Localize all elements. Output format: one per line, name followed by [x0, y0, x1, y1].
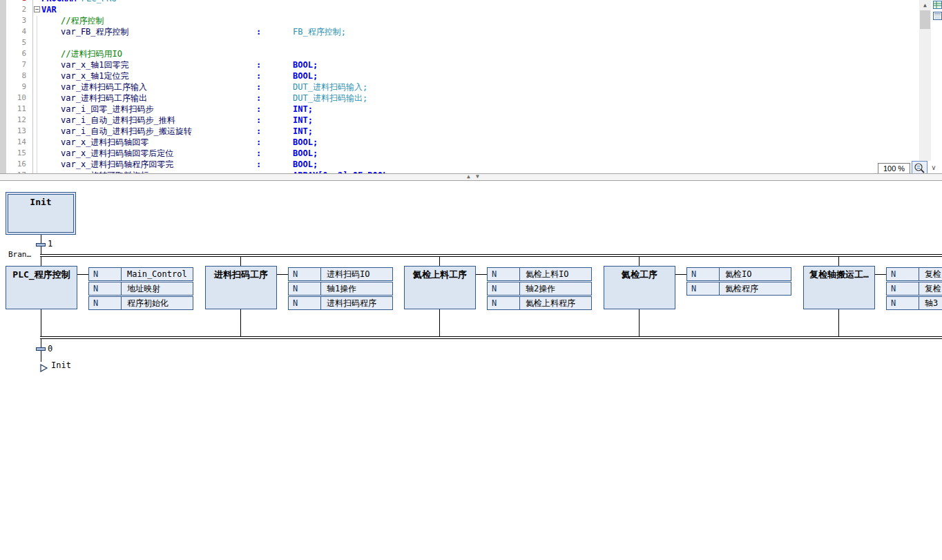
- code-text: var_i_自动_进料扫码步_推料: [61, 115, 175, 126]
- chevron-down-icon[interactable]: ∨: [929, 162, 939, 173]
- line-number: 15: [6, 148, 26, 159]
- action-name: 程序初始化: [122, 297, 169, 309]
- sfc-action-block[interactable]: N氦检IO N氦检程序: [686, 267, 791, 296]
- declaration-type: INT;: [293, 115, 313, 126]
- sfc-action-block[interactable]: N氦检上料IO N轴2操作 N氦检上料程序: [487, 267, 592, 311]
- action-qualifier: N: [887, 297, 919, 309]
- sfc-step-group: 进料扫码工序 N进料扫码IO N轴1操作 N进料扫码程序: [205, 257, 400, 337]
- line-number: 4: [6, 26, 26, 37]
- action-qualifier: N: [89, 282, 122, 295]
- branch-rail: [40, 336, 942, 337]
- sfc-action-block[interactable]: N进料扫码IO N轴1操作 N进料扫码程序: [288, 267, 393, 311]
- action-row[interactable]: N进料扫码程序: [288, 296, 393, 310]
- action-row[interactable]: N程序初始化: [88, 296, 193, 310]
- action-row[interactable]: N氦检上料程序: [487, 296, 592, 310]
- declaration-type: BOOL;: [293, 148, 318, 159]
- code-line[interactable]: 13var_i_自动_进料扫码步_搬运旋转:INT;: [0, 126, 919, 137]
- code-line[interactable]: 11var_i_回零_进料扫码步:INT;: [0, 104, 919, 115]
- code-line[interactable]: 5: [0, 37, 919, 48]
- action-qualifier: N: [488, 282, 520, 295]
- code-text: var_i_自动_进料扫码步_搬运旋转: [61, 126, 192, 137]
- code-text: var_x_进料扫码轴回零后定位: [61, 148, 173, 159]
- code-line[interactable]: 8var_x_轴1定位完:BOOL;: [0, 70, 919, 81]
- declaration-type: FB_程序控制;: [293, 26, 346, 37]
- action-row[interactable]: N轴1操作: [288, 282, 393, 296]
- code-line[interactable]: 4var_FB_程序控制:FB_程序控制;: [0, 26, 919, 37]
- action-row[interactable]: N复检: [886, 267, 942, 281]
- action-name: 氦检上料程序: [520, 297, 575, 309]
- connection-line: [675, 274, 686, 275]
- connection-line: [41, 235, 41, 243]
- action-qualifier: N: [488, 297, 520, 309]
- declaration-type: DUT_进料扫码输入;: [293, 81, 367, 93]
- zoom-level-box[interactable]: 100 %: [878, 163, 910, 174]
- declaration-colon: :: [256, 26, 261, 37]
- code-text: var_进料扫码工序输入: [61, 81, 147, 93]
- panel-document-icon[interactable]: [933, 12, 942, 21]
- declaration-colon: :: [256, 159, 261, 170]
- sfc-step[interactable]: 复检轴搬运工…: [803, 266, 875, 309]
- fold-collapse-icon[interactable]: −: [34, 6, 40, 12]
- sfc-step[interactable]: 氦检工序: [604, 266, 675, 309]
- sfc-step[interactable]: 氦检上料工序: [404, 266, 476, 309]
- action-row[interactable]: N氦检IO: [686, 267, 791, 281]
- code-text: var_x_进料扫码轴回零: [61, 137, 148, 148]
- declaration-colon: :: [256, 93, 261, 104]
- code-line[interactable]: 14var_x_进料扫码轴回零:BOOL;: [0, 137, 919, 148]
- connection-line: [240, 257, 241, 266]
- action-row[interactable]: N复检: [886, 282, 942, 296]
- code-line[interactable]: 6//进料扫码用IO: [0, 48, 919, 59]
- declaration-type: BOOL;: [293, 59, 318, 70]
- step-label: 复检轴搬运工…: [804, 269, 874, 281]
- declaration-colon: :: [256, 81, 261, 93]
- connection-line: [639, 309, 640, 336]
- action-row[interactable]: N氦检上料IO: [487, 267, 592, 281]
- sfc-init-step[interactable]: Init: [6, 192, 76, 235]
- declaration-editor[interactable]: 1PROGRAM PLC_PRG2−VAR3//程序控制4var_FB_程序控制…: [0, 0, 942, 174]
- code-line[interactable]: 12var_i_自动_进料扫码步_推料:INT;: [0, 115, 919, 126]
- code-line[interactable]: 2−VAR: [0, 4, 919, 15]
- sfc-action-block[interactable]: NMain_Control N地址映射 N程序初始化: [88, 267, 193, 311]
- vertical-scrollbar[interactable]: ▲: [919, 0, 931, 161]
- code-line[interactable]: 7var_x_轴1回零完:BOOL;: [0, 59, 919, 70]
- panel-grid-icon[interactable]: [933, 1, 942, 10]
- connection-line: [439, 309, 440, 336]
- jump-arrow-icon[interactable]: [40, 362, 48, 375]
- declaration-type: BOOL;: [293, 137, 318, 148]
- sfc-step-group: 氦检上料工序 N氦检上料IO N轴2操作 N氦检上料程序: [404, 257, 599, 337]
- action-row[interactable]: N地址映射: [88, 282, 193, 296]
- action-row[interactable]: N进料扫码IO: [288, 267, 393, 281]
- action-row[interactable]: NMain_Control: [88, 267, 193, 281]
- action-row[interactable]: N氦检程序: [686, 282, 791, 296]
- branch-rail: [40, 254, 942, 255]
- sfc-diagram[interactable]: Init 1 Bran… PLC_程序控制 NMain_Control N地址映…: [0, 181, 942, 560]
- code-text: //进料扫码用IO: [61, 48, 122, 59]
- sfc-action-block[interactable]: N复检 N复检 N轴3: [886, 267, 942, 311]
- code-line[interactable]: 9var_进料扫码工序输入:DUT_进料扫码输入;: [0, 81, 919, 93]
- code-line[interactable]: 16var_x_进料扫码轴程序回零完:BOOL;: [0, 159, 919, 170]
- pane-splitter[interactable]: [0, 174, 942, 180]
- code-line[interactable]: 10var_进料扫码工序输出:DUT_进料扫码输出;: [0, 93, 919, 104]
- sfc-step[interactable]: 进料扫码工序: [205, 266, 277, 309]
- action-row[interactable]: N轴2操作: [487, 282, 592, 296]
- action-name: 进料扫码IO: [321, 268, 369, 280]
- code-line[interactable]: 3//程序控制: [0, 15, 919, 26]
- line-number: 2: [6, 4, 26, 15]
- scrollbar-thumb[interactable]: [920, 10, 930, 29]
- connection-line: [639, 257, 640, 266]
- collapse-down-icon[interactable]: ▼: [476, 173, 479, 180]
- action-name: 复检: [919, 282, 941, 295]
- collapse-up-icon[interactable]: ▲: [467, 173, 470, 180]
- code-line[interactable]: 15var_x_进料扫码轴回零后定位:BOOL;: [0, 148, 919, 159]
- scroll-up-icon[interactable]: ▲: [919, 0, 931, 10]
- action-row[interactable]: N轴3: [886, 296, 942, 310]
- jump-target-label[interactable]: Init: [51, 360, 71, 370]
- action-qualifier: N: [289, 268, 321, 280]
- zoom-dropdown-button[interactable]: [912, 161, 927, 174]
- connection-line: [875, 274, 886, 275]
- connection-line: [439, 257, 440, 266]
- line-number: 5: [6, 37, 26, 48]
- declaration-colon: :: [256, 126, 261, 137]
- sfc-step[interactable]: PLC_程序控制: [6, 266, 77, 309]
- connection-line: [41, 339, 41, 347]
